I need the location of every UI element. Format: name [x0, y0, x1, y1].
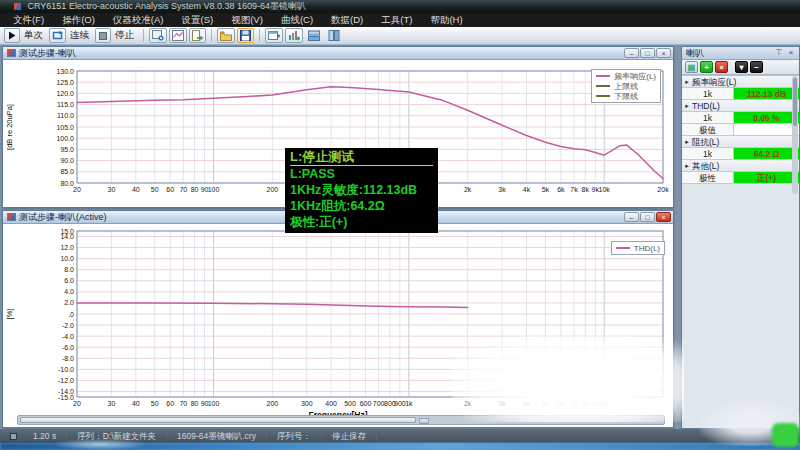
save-file-button[interactable] [237, 28, 254, 43]
svg-text:40: 40 [132, 186, 140, 193]
menu-item-4[interactable]: 视图(V) [222, 13, 272, 27]
menu-item-6[interactable]: 数据(D) [322, 13, 372, 27]
minimize-button[interactable]: ‒ [624, 48, 639, 58]
open-file-button[interactable] [217, 28, 235, 43]
menu-item-2[interactable]: 仪器校准(A) [104, 13, 173, 27]
svg-text:-15.0: -15.0 [58, 394, 74, 401]
export-icon [192, 30, 203, 41]
menu-item-0[interactable]: 文件(F) [4, 13, 53, 27]
svg-text:110.0: 110.0 [57, 112, 74, 119]
svg-text:-6.0: -6.0 [62, 344, 74, 351]
blurred-green-icon [772, 423, 799, 447]
svg-text:90.0: 90.0 [60, 157, 74, 164]
svg-text:5k: 5k [542, 186, 550, 193]
scrollbar-thumb[interactable] [793, 78, 797, 126]
export-report-button[interactable] [189, 28, 206, 43]
svg-text:70: 70 [179, 400, 187, 407]
result-group-row[interactable]: ▸阻抗(L) [682, 136, 799, 148]
scrollbar-thumb[interactable] [20, 417, 416, 423]
svg-text:300: 300 [301, 400, 313, 407]
group-label: THD(L) [692, 100, 720, 111]
close-button[interactable]: × [656, 212, 671, 222]
toolbar-separator [211, 29, 212, 42]
stop-button[interactable] [95, 28, 111, 43]
pin-icon[interactable]: ⊤ [773, 48, 785, 58]
menu-item-7[interactable]: 工具(T) [372, 13, 421, 27]
result-group-row[interactable]: ▸THD(L) [682, 100, 799, 112]
minimize-rows-button[interactable]: − [750, 61, 763, 73]
result-row[interactable]: 极性正(+) [682, 172, 799, 184]
legend-color-dash [596, 75, 610, 77]
expand-arrow-icon[interactable]: ▸ [682, 100, 692, 111]
legend-label: 下限线 [614, 91, 638, 102]
run-single-label: 单次 [22, 29, 47, 42]
svg-text:600: 600 [360, 400, 372, 407]
svg-text:50: 50 [151, 186, 159, 193]
result-row[interactable]: 1k112.13 dB [682, 88, 799, 100]
run-continuous-button[interactable] [49, 28, 66, 43]
blur-artifact [452, 336, 684, 422]
add-item-button[interactable]: + [700, 61, 713, 73]
delete-item-button[interactable]: × [715, 61, 728, 73]
scrollbar-grip[interactable] [419, 418, 429, 424]
result-row[interactable]: 1k0.05 % [682, 112, 799, 124]
menu-item-8[interactable]: 帮助(H) [421, 13, 471, 27]
svg-text:200: 200 [266, 186, 278, 193]
legend-item: THD(L) [616, 243, 660, 253]
svg-text:14.0: 14.0 [60, 233, 74, 240]
menu-item-3[interactable]: 设置(S) [173, 13, 223, 27]
sidepanel-header: 喇叭 ⊤ × [682, 47, 799, 60]
panel-icon [7, 49, 16, 57]
list-view-icon[interactable]: ▤ [685, 61, 698, 73]
result-value: 正(+) [734, 172, 799, 183]
svg-text:100.0: 100.0 [56, 135, 74, 142]
result-row[interactable]: 极值 [682, 124, 799, 136]
result-group-row[interactable]: ▸其他(L) [682, 160, 799, 172]
collapse-button[interactable]: ▾ [735, 61, 748, 73]
run-single-button[interactable] [4, 28, 20, 43]
hud-line: 1KHz阻抗:64.2Ω [290, 198, 433, 214]
tile-horizontal-button[interactable] [305, 28, 323, 43]
svg-text:10k: 10k [599, 186, 611, 193]
svg-text:8.0: 8.0 [64, 266, 74, 273]
hud-lines: L:PASS1KHz灵敏度:112.13dB1KHz阻抗:64.2Ω极性:正(+… [290, 166, 433, 230]
close-button[interactable]: × [656, 48, 671, 58]
svg-text:30: 30 [107, 400, 115, 407]
panel-top-header[interactable]: 测试步骤-喇叭 ‒ □ × [3, 47, 673, 60]
settings-chart-icon [152, 30, 164, 41]
minimize-button[interactable]: ‒ [624, 212, 639, 222]
svg-text:120.0: 120.0 [56, 90, 74, 97]
expand-arrow-icon[interactable]: ▸ [682, 136, 692, 147]
svg-text:70: 70 [179, 186, 187, 193]
app-icon [14, 3, 21, 10]
svg-text:80: 80 [191, 400, 199, 407]
svg-text:-12.0: -12.0 [58, 377, 74, 384]
status-file-name: 1609-64墨镜喇叭.cry [167, 431, 267, 441]
curve-edit-button[interactable] [169, 28, 187, 43]
new-window-button[interactable] [265, 28, 283, 43]
result-row[interactable]: 1k64.2 Ω [682, 148, 799, 160]
legend-item: 下限线 [596, 91, 656, 101]
maximize-button[interactable]: □ [640, 212, 655, 222]
new-chart-button[interactable] [285, 28, 303, 43]
expand-arrow-icon[interactable]: ▸ [682, 76, 692, 87]
close-icon[interactable]: × [785, 48, 797, 58]
result-hud-overlay: L:停止测试 L:PASS1KHz灵敏度:112.13dB1KHz阻抗:64.2… [285, 148, 438, 233]
menu-item-5[interactable]: 曲线(C) [272, 13, 322, 27]
svg-text:[%]: [%] [5, 309, 14, 320]
tile-vertical-button[interactable] [325, 28, 343, 43]
svg-text:2k: 2k [464, 186, 472, 193]
play-icon [8, 31, 16, 40]
maximize-button[interactable]: □ [640, 48, 655, 58]
menu-item-1[interactable]: 操作(O) [53, 13, 104, 27]
svg-text:700: 700 [373, 400, 385, 407]
expand-arrow-icon[interactable]: ▸ [682, 160, 692, 171]
result-name: 极性 [682, 172, 734, 183]
main-toolbar: 单次 连续 停止 [0, 27, 800, 45]
vertical-scrollbar[interactable] [792, 76, 798, 194]
result-group-row[interactable]: ▸频率响应(L) [682, 76, 799, 88]
svg-text:105.0: 105.0 [56, 124, 74, 131]
test-settings-button[interactable] [149, 28, 167, 43]
svg-text:10.0: 10.0 [60, 255, 74, 262]
chart-top-legend: 频率响应(L)上限线下限线 [591, 69, 661, 103]
